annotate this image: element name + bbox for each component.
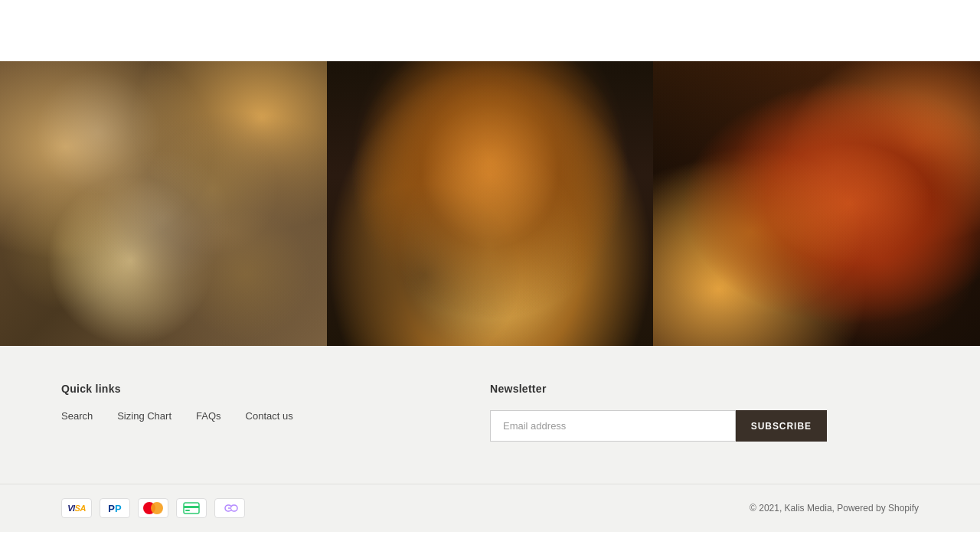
quick-link-contact-us[interactable]: Contact us (246, 410, 293, 422)
food-image-korean (0, 61, 327, 346)
mastercard-icon (138, 498, 168, 518)
footer-copyright: © 2021, Kalis Media, Powered by Shopify (750, 503, 919, 514)
newsletter-email-input[interactable] (490, 410, 736, 442)
newsletter-title: Newsletter (490, 383, 547, 395)
subscribe-button[interactable]: SUBSCRIBE (736, 410, 827, 442)
paypal-icon: PP (100, 498, 130, 518)
food-image-burger (327, 61, 654, 346)
quick-links-nav: Search Sizing Chart FAQs Contact us (61, 410, 490, 422)
svg-rect-1 (184, 506, 199, 508)
newsletter-form: SUBSCRIBE (490, 410, 827, 442)
generic-card-icon (176, 498, 207, 518)
quick-link-faqs[interactable]: FAQs (196, 410, 221, 422)
svg-rect-2 (185, 510, 190, 511)
quick-link-sizing-chart[interactable]: Sizing Chart (117, 410, 172, 422)
afterpay-icon (214, 498, 245, 518)
newsletter-section: Newsletter SUBSCRIBE (490, 383, 919, 442)
quick-link-search[interactable]: Search (61, 410, 93, 422)
payment-icons: VISA PP (61, 498, 245, 518)
footer-bottom: VISA PP © 2021, Kalis Media, Powered (0, 484, 980, 532)
image-grid (0, 61, 980, 346)
food-image-grill (653, 61, 980, 346)
quick-links-title: Quick links (61, 383, 490, 395)
visa-icon: VISA (61, 498, 92, 518)
quick-links-section: Quick links Search Sizing Chart FAQs Con… (61, 383, 490, 422)
top-bar (0, 0, 980, 61)
footer-main: Quick links Search Sizing Chart FAQs Con… (0, 346, 980, 484)
